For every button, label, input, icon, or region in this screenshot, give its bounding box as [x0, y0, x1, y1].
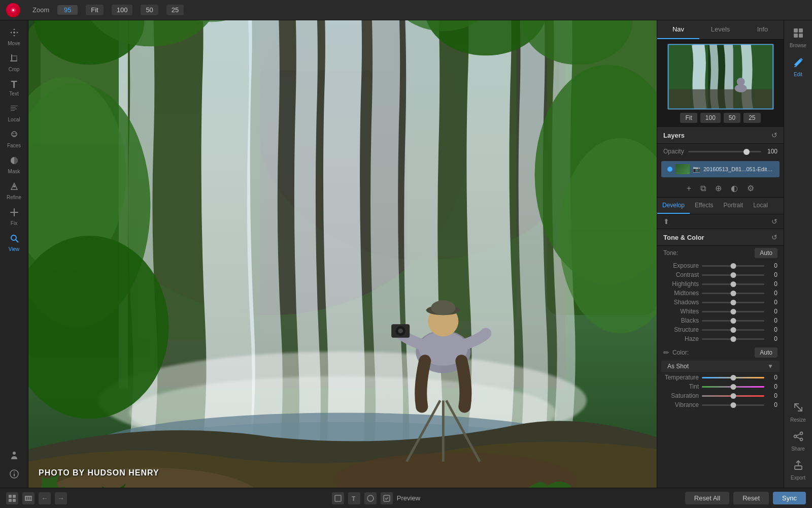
tool-crop[interactable]: Crop: [2, 50, 26, 75]
contrast-row: Contrast 0: [657, 270, 784, 279]
vibrance-slider[interactable]: [702, 404, 764, 406]
svg-line-17: [16, 240, 18, 242]
filmstrip-btn[interactable]: [22, 492, 35, 504]
reset-btn[interactable]: Reset: [733, 492, 769, 504]
reset-all-btn[interactable]: Reset All: [685, 492, 729, 504]
share-btn[interactable]: Share: [786, 428, 810, 455]
exposure-thumb: [730, 263, 736, 269]
exposure-row: Exposure 0: [657, 261, 784, 270]
tool-fix[interactable]: Fix: [2, 204, 26, 229]
whites-value: 0: [767, 308, 777, 315]
svg-point-76: [800, 438, 802, 441]
tab-local[interactable]: Local: [748, 198, 773, 214]
tool-refine[interactable]: Refine: [2, 178, 26, 203]
tab-portrait[interactable]: Portrait: [719, 198, 749, 214]
mask-layer-btn[interactable]: ◐: [729, 182, 740, 194]
frame-btn[interactable]: [332, 492, 344, 504]
structure-slider[interactable]: [702, 329, 764, 331]
tool-view[interactable]: View: [2, 230, 26, 255]
tone-color-header[interactable]: Tone & Color ↺: [657, 229, 784, 246]
zoom-50-btn[interactable]: 50: [141, 5, 158, 15]
highlights-slider[interactable]: [702, 283, 764, 285]
mask-icon: [9, 155, 19, 167]
tab-nav[interactable]: Nav: [657, 20, 699, 39]
faces-icon: [9, 130, 19, 141]
tool-people[interactable]: [2, 447, 26, 465]
export-icon[interactable]: ⬆: [663, 217, 669, 226]
contrast-slider[interactable]: [702, 274, 764, 276]
vibrance-row: Vibrance 0: [657, 400, 784, 409]
nav-left-btn[interactable]: ←: [39, 492, 51, 504]
copy-layer-btn[interactable]: ⧉: [698, 183, 708, 194]
opacity-label: Opacity: [663, 148, 684, 155]
layer-item[interactable]: 📷 20160513_D81...051-Edit.jpg: [661, 161, 780, 177]
svg-point-21: [14, 471, 15, 472]
merge-layer-btn[interactable]: ⊕: [713, 182, 724, 194]
svg-rect-90: [335, 495, 341, 501]
tab-effects[interactable]: Effects: [690, 198, 718, 214]
svg-point-75: [800, 432, 802, 435]
whites-thumb: [730, 309, 736, 314]
svg-point-52: [398, 329, 403, 334]
as-shot-dropdown[interactable]: As Shot ▼: [661, 361, 780, 372]
right-panel-scroll[interactable]: Layers ↺ Opacity 100 📷 20160513_D81...05…: [657, 127, 784, 488]
add-layer-btn[interactable]: +: [685, 183, 693, 194]
tool-faces[interactable]: Faces: [2, 126, 26, 151]
circle-btn[interactable]: [364, 492, 377, 504]
whites-label: Whites: [663, 308, 699, 315]
midtones-row: Midtones 0: [657, 289, 784, 298]
export-btn[interactable]: Export: [786, 457, 810, 484]
shadows-row: Shadows 0: [657, 298, 784, 307]
haze-slider[interactable]: [702, 338, 764, 340]
zoom-value[interactable]: 95: [57, 5, 78, 15]
nav-100-btn[interactable]: 100: [700, 113, 721, 123]
temperature-value: 0: [767, 374, 777, 381]
zoom-label: Zoom: [32, 6, 49, 14]
nav-right-btn[interactable]: →: [55, 492, 67, 504]
nav-preview-thumbnail[interactable]: [667, 44, 774, 110]
text-overlay-btn[interactable]: T: [348, 492, 360, 504]
layers-header[interactable]: Layers ↺: [657, 127, 784, 144]
edit-panel-btn[interactable]: Edit: [786, 53, 810, 80]
tool-move[interactable]: Move: [2, 24, 26, 49]
tool-local[interactable]: Local: [2, 101, 26, 125]
tab-develop[interactable]: Develop: [657, 198, 690, 214]
grid-view-btn[interactable]: [6, 492, 18, 504]
opacity-thumb: [743, 149, 750, 155]
browse-panel-btn[interactable]: Browse: [786, 24, 810, 51]
nav-50-btn[interactable]: 50: [724, 113, 740, 123]
color-auto-btn[interactable]: Auto: [755, 347, 777, 358]
local-label: Local: [8, 117, 20, 122]
tool-text[interactable]: T Text: [2, 76, 26, 100]
vibrance-value: 0: [767, 401, 777, 408]
tab-info[interactable]: Info: [741, 20, 784, 39]
nav-preview: Fit 100 50 25: [657, 40, 784, 127]
nav-fit-btn[interactable]: Fit: [680, 113, 697, 123]
resize-btn[interactable]: Resize: [786, 399, 810, 426]
zoom-100-btn[interactable]: 100: [112, 5, 133, 15]
tool-mask[interactable]: Mask: [2, 152, 26, 177]
color-picker-icon[interactable]: ✏: [663, 348, 669, 357]
opacity-slider[interactable]: [688, 151, 761, 152]
tint-slider[interactable]: [702, 386, 764, 388]
checkbox-btn[interactable]: [381, 492, 393, 504]
tab-levels[interactable]: Levels: [699, 20, 741, 39]
exposure-slider[interactable]: [702, 265, 764, 267]
midtones-slider[interactable]: [702, 293, 764, 294]
tool-info-bottom[interactable]: [2, 466, 26, 484]
whites-slider[interactable]: [702, 311, 764, 312]
shadows-slider[interactable]: [702, 302, 764, 303]
blacks-slider[interactable]: [702, 320, 764, 322]
canvas-area[interactable]: PHOTO BY HUDSON HENRY: [28, 20, 657, 488]
nav-25-btn[interactable]: 25: [743, 113, 760, 123]
undo-icon[interactable]: ↺: [771, 217, 777, 226]
temperature-slider[interactable]: [702, 377, 764, 378]
settings-layer-btn[interactable]: ⚙: [745, 182, 756, 194]
faces-label: Faces: [7, 143, 21, 148]
layer-name: 20160513_D81...051-Edit.jpg: [703, 166, 773, 172]
zoom-25-btn[interactable]: 25: [166, 5, 184, 15]
zoom-fit-btn[interactable]: Fit: [86, 5, 103, 15]
saturation-slider[interactable]: [702, 395, 764, 397]
tone-auto-btn[interactable]: Auto: [755, 248, 777, 258]
sync-btn[interactable]: Sync: [773, 492, 806, 504]
